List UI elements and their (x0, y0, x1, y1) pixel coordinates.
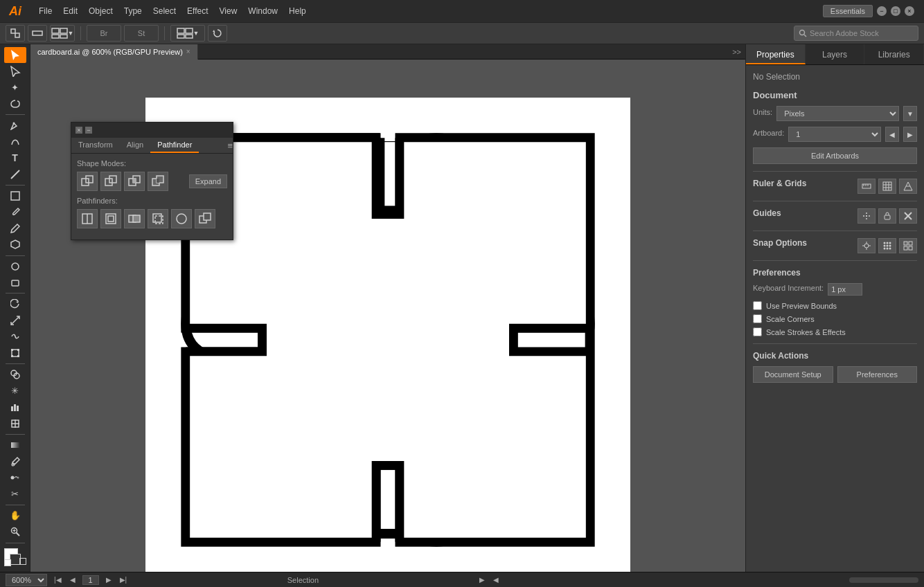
panel-close-btn[interactable]: × (75, 127, 82, 134)
exclude-btn[interactable] (148, 172, 168, 191)
grid-icon-btn[interactable] (878, 179, 896, 194)
line-tool[interactable] (4, 166, 26, 182)
snap-pixel-btn[interactable] (899, 238, 917, 253)
first-artboard-btn[interactable]: |◀ (53, 576, 63, 584)
eyedropper-tool[interactable] (4, 453, 26, 469)
eraser-tool[interactable] (4, 275, 26, 291)
prev-artboard-btn[interactable]: ◀ (69, 576, 77, 584)
fill-stroke-widget[interactable] (4, 548, 26, 566)
perspective-grid-btn[interactable] (899, 179, 917, 194)
mesh-tool[interactable] (4, 415, 26, 431)
panel-collapse-icon[interactable]: − (85, 127, 92, 134)
rp-tab-layers[interactable]: Layers (806, 44, 865, 64)
stock-btn[interactable]: St (124, 25, 159, 42)
edit-artboards-btn[interactable]: Edit Artboards (753, 147, 917, 164)
show-guides-btn[interactable] (858, 208, 876, 224)
rotate-tool[interactable] (4, 296, 26, 312)
menu-effect[interactable]: Effect (181, 0, 213, 22)
snap-grid-btn[interactable] (878, 238, 896, 253)
warp-tool[interactable] (4, 329, 26, 345)
keyboard-increment-input[interactable] (828, 283, 862, 296)
workspace-switcher[interactable]: Essentials (823, 5, 873, 17)
gradient-tool[interactable] (4, 437, 26, 453)
sync-btn[interactable] (208, 25, 227, 42)
stock-search-input[interactable] (810, 29, 914, 37)
curvature-tool[interactable] (4, 134, 26, 150)
merge-btn[interactable] (124, 209, 145, 228)
menu-help[interactable]: Help (283, 0, 312, 22)
units-select[interactable]: Pixels (776, 106, 899, 121)
free-transform-tool[interactable] (4, 345, 26, 361)
scale-corners-checkbox[interactable] (753, 314, 762, 323)
column-graph-tool[interactable] (4, 399, 26, 415)
pencil-tool[interactable] (4, 221, 26, 237)
scale-strokes-effects-checkbox[interactable] (753, 327, 762, 336)
minus-front-btn[interactable] (100, 172, 121, 191)
snap-point-btn[interactable] (858, 238, 876, 253)
unite-btn[interactable] (77, 172, 98, 191)
hand-tool[interactable]: ✋ (4, 508, 26, 524)
rp-tab-libraries[interactable]: Libraries (864, 44, 924, 64)
panel-collapse-btn[interactable]: >> (728, 48, 745, 56)
tab-transform[interactable]: Transform (71, 138, 120, 153)
document-setup-btn[interactable]: Document Setup (753, 366, 833, 383)
arrange-btn-2[interactable] (28, 25, 47, 42)
units-chevron[interactable]: ▼ (903, 106, 917, 121)
symbol-sprayer-tool[interactable]: ✳ (4, 383, 26, 399)
zoom-tool[interactable] (4, 524, 26, 540)
next-artboard-btn[interactable]: ▶ (105, 576, 113, 584)
menu-file[interactable]: File (33, 0, 57, 22)
outline-btn[interactable] (171, 209, 192, 228)
paintbrush-tool[interactable] (4, 204, 26, 220)
artboard-prev[interactable]: ◀ (885, 127, 899, 142)
scroll-indicator[interactable] (849, 577, 918, 583)
menu-view[interactable]: View (214, 0, 243, 22)
type-tool[interactable]: T (4, 150, 26, 166)
menu-window[interactable]: Window (242, 0, 283, 22)
tab-close-btn[interactable]: × (186, 44, 190, 60)
divide-btn[interactable] (77, 209, 98, 228)
intersect-btn[interactable] (124, 172, 145, 191)
direct-selection-tool[interactable] (4, 64, 26, 80)
preferences-btn[interactable]: Preferences (837, 366, 918, 383)
blend-tool[interactable] (4, 470, 26, 486)
magic-wand-tool[interactable]: ✦ (4, 80, 26, 96)
use-preview-bounds-checkbox[interactable] (753, 301, 762, 310)
arrange-btn-1[interactable] (6, 25, 25, 42)
minimize-button[interactable]: − (877, 6, 887, 16)
shaper-tool[interactable] (4, 237, 26, 253)
shape-builder-tool[interactable] (4, 367, 26, 383)
scissors-tool[interactable]: ✂ (4, 486, 26, 502)
rectangle-tool[interactable] (4, 188, 26, 204)
selection-tool-status[interactable]: ▶ (478, 576, 486, 584)
artboard-next[interactable]: ▶ (903, 127, 917, 142)
panel-menu-btn[interactable]: ≡ (227, 138, 233, 153)
expand-btn[interactable]: Expand (189, 174, 227, 188)
menu-object[interactable]: Object (83, 0, 118, 22)
lasso-tool[interactable] (4, 96, 26, 112)
last-artboard-btn[interactable]: ▶| (118, 576, 129, 584)
ruler-icon-btn[interactable] (858, 179, 876, 194)
selection-tool[interactable] (4, 47, 26, 63)
minus-back-btn[interactable] (195, 209, 215, 228)
scale-tool[interactable] (4, 313, 26, 329)
close-button[interactable]: × (905, 6, 914, 16)
tab-align[interactable]: Align (120, 138, 150, 153)
menu-edit[interactable]: Edit (57, 0, 83, 22)
crop-btn[interactable] (148, 209, 168, 228)
status-arrows[interactable]: ◀ (492, 576, 500, 584)
tab-pathfinder[interactable]: Pathfinder (150, 138, 199, 153)
view-mode-btn[interactable]: ▼ (170, 25, 205, 42)
canvas-area[interactable]: .artwork{fill:white;stroke:black;stroke-… (30, 60, 745, 572)
blob-brush-tool[interactable] (4, 258, 26, 274)
clear-guides-btn[interactable] (899, 208, 917, 224)
bridge-btn[interactable]: Br (87, 25, 121, 42)
zoom-select[interactable]: 600% (6, 574, 47, 586)
pen-tool[interactable] (4, 118, 26, 134)
maximize-button[interactable]: □ (891, 6, 900, 16)
rp-tab-properties[interactable]: Properties (746, 44, 806, 64)
artboard-number-input[interactable] (82, 575, 99, 585)
trim-btn[interactable] (100, 209, 121, 228)
artboard-select[interactable]: 1 (788, 127, 881, 142)
lock-guides-btn[interactable] (878, 208, 896, 224)
